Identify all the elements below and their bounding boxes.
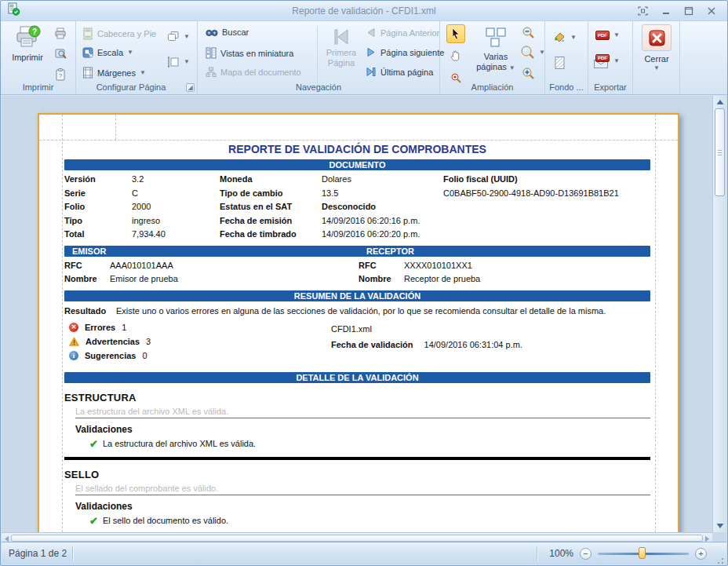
svg-text:?: ? [59,72,63,79]
section-divider [64,457,650,460]
error-icon: ✕ [69,323,78,332]
minimize-button[interactable] [661,6,671,16]
varias-paginas-button[interactable]: Varias páginas ▼ [473,26,519,72]
maximize-button[interactable] [683,6,693,16]
last-page-icon [366,67,377,77]
hand-icon [450,49,462,62]
status-bar: Página 1 de 2 100% − + [2,542,726,564]
ultima-pagina-button[interactable]: Última página [366,67,433,77]
margin-guide-header [115,115,116,140]
margins-icon [82,67,93,79]
paint-bucket-icon [552,31,566,44]
scroll-down-arrow[interactable] [716,523,724,529]
group-label-configurar: Configurar Página [76,82,197,92]
zoom-out-button[interactable] [522,26,535,39]
uuid-label: Folio fiscal (UUID) [443,173,650,187]
print-button[interactable]: ? Imprimir [7,24,48,62]
zoom-in-icon [522,67,535,80]
close-window-button[interactable] [706,6,716,16]
page-size-icon [167,56,180,68]
close-red-icon [642,24,672,51]
report-content: REPORTE DE VALIDACIÓN DE COMPROBANTES DO… [64,143,650,543]
page-setup-dropdown-button[interactable]: ▼ [167,56,190,68]
title-bar: Reporte de validación - CFDI1.xml [1,1,727,21]
ribbon-group-ampliacion: Varias páginas ▼ ▼ [440,21,545,94]
select-tool-button[interactable] [446,24,465,43]
watermark-button[interactable] [554,56,566,70]
page-color-button[interactable]: ▼ [552,31,577,44]
check-icon: ✔ [89,439,98,449]
receptor-header: RECEPTOR [359,246,414,257]
check-icon: ✔ [89,516,98,526]
group-label-fondo: Fondo ... [545,82,588,92]
detalle-section-estructura: ESTRUCTURA La estructura del archivo XML… [64,392,650,460]
vertical-scrollbar[interactable] [712,96,726,532]
zoom-slider[interactable] [598,547,689,560]
section-header-resumen: RESUMEN DE LA VALIDACIÓN [64,290,650,301]
thumbnails-icon [206,47,217,59]
fullscreen-button[interactable] [638,6,648,16]
cerrar-button[interactable]: Cerrar ▼ [639,24,674,71]
pagina-siguiente-button[interactable]: Página siguiente [366,47,444,57]
group-label-ampliacion: Ampliación [440,82,544,92]
margin-guide-right [655,115,656,543]
margin-guide-left [62,115,63,543]
pan-tool-button[interactable] [446,46,465,65]
scale-icon [82,47,93,58]
quick-print-button[interactable] [51,24,70,43]
window-title: Reporte de validación - CFDI1.xml [1,5,727,16]
ribbon-group-exportar: PDF ▼ PDF ▼ Exportar [588,21,633,94]
scroll-up-arrow[interactable] [716,99,724,105]
send-pdf-email-button[interactable]: PDF ▼ [594,54,620,68]
document-map-icon [206,67,217,78]
uuid-value: C0BABF50-2900-4918-AD90-D13691B81B21 [443,187,650,201]
horizontal-scroll-thumb[interactable] [11,535,703,542]
dialog-launcher-icon[interactable]: ◢ [186,83,195,92]
pagina-anterior-button[interactable]: Página Anterior [366,27,439,38]
resultado-label: Resultado [64,305,116,317]
copies-dropdown-button[interactable]: ▼ [167,31,190,42]
svg-text:?: ? [32,27,37,36]
ribbon-group-imprimir: ? Imprimir ? Imprimir [1,21,76,94]
buscar-button[interactable]: Buscar [206,27,249,37]
resultado-text: Existe uno o varios errores en alguna de… [116,305,606,317]
report-check-icon [7,2,20,19]
cabecera-y-pie-button[interactable]: Cabecera y Pie [82,27,156,40]
zoom-out-status-button[interactable]: − [580,548,592,560]
mapa-documento-button[interactable]: Mapa del documento [206,67,301,78]
zoom-slider-thumb[interactable] [639,547,646,559]
print-dialog-button[interactable] [51,45,70,64]
vertical-scroll-thumb[interactable] [715,108,725,196]
cursor-arrow-icon [450,27,461,40]
pdf-icon: PDF [595,31,610,40]
preview-viewport[interactable]: REPORTE DE VALIDACIÓN DE COMPROBANTES DO… [2,96,726,543]
escala-button[interactable]: Escala▼ [82,47,133,58]
group-label-imprimir: Imprimir [1,82,75,92]
printer-icon: ? [13,24,42,53]
documento-table: Folio fiscal (UUID) C0BABF50-2900-4918-A… [64,173,650,242]
section-header-emisor-receptor: EMISOR RECEPTOR [64,246,650,257]
margin-guide-top [39,140,678,141]
ribbon-group-configurar-pagina: Cabecera y Pie Escala▼ Márgenes▼ [76,21,198,94]
primera-pagina-button[interactable]: Primera Página [322,26,361,68]
ribbon-group-navegacion: Buscar Vistas en miniatura Mapa [198,21,440,94]
emisor-receptor-table: RFCAAA010101AAA RFCXXXX010101XX1 NombreE… [64,259,650,287]
group-label-exportar: Exportar [588,82,632,92]
print-button-label: Imprimir [12,53,43,62]
resize-grip[interactable] [715,555,724,564]
print-options-button[interactable]: ? [51,65,70,84]
margenes-button[interactable]: Márgenes▼ [82,67,146,79]
zoom-dropdown-button[interactable]: ▼ [520,45,545,60]
group-label-navegacion: Navegación [198,82,439,92]
prev-page-icon [366,27,377,38]
zoom-icon [520,45,535,60]
ribbon-group-cerrar: Cerrar ▼ [633,21,680,94]
vistas-miniatura-button[interactable]: Vistas en miniatura [206,47,293,59]
zoom-in-button[interactable] [522,67,535,80]
zoom-in-status-button[interactable]: + [695,548,707,560]
export-pdf-button[interactable]: PDF ▼ [595,31,620,40]
section-header-documento: DOCUMENTO [64,159,650,170]
ribbon-filler [680,21,727,94]
multiple-pages-icon [484,26,508,49]
section-header-detalle: DETALLE DE LA VALIDACIÓN [64,372,650,383]
